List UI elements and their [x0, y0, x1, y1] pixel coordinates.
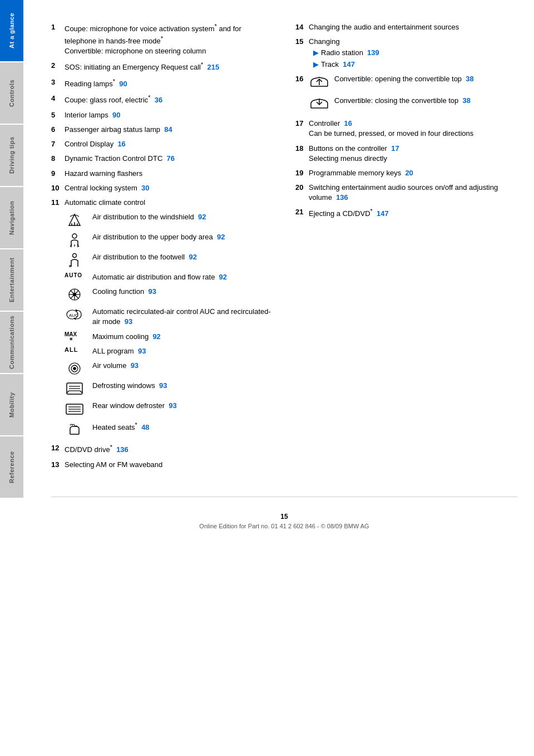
radio-station-text: Radio station 139	[321, 48, 379, 58]
sidebar-tab-entertainment[interactable]: Entertainment	[0, 249, 23, 311]
sidebar-tab-at-a-glance[interactable]: At a glance	[0, 0, 23, 61]
climate-row-all: ALL ALL program 93	[51, 346, 273, 356]
item-content-13: Selecting AM or FM waveband	[65, 460, 273, 470]
item-number-19: 19	[295, 168, 309, 178]
left-column: 1 Coupe: microphone for voice activation…	[51, 22, 273, 474]
sidebar-tab-communications[interactable]: Communications	[0, 312, 23, 373]
track-text: Track 147	[321, 60, 355, 70]
item-content-9: Hazard warning flashers	[65, 169, 273, 179]
item-content-16: Convertible: opening the convertible top…	[309, 74, 517, 114]
item-9: 9 Hazard warning flashers	[51, 169, 273, 179]
climate-text-all: ALL program 93	[92, 346, 273, 356]
item-10: 10 Central locking system 30	[51, 183, 273, 193]
item-13: 13 Selecting AM or FM waveband	[51, 460, 273, 470]
item-content-14: Changing the audio and entertainment sou…	[309, 22, 517, 32]
item-3: 3 Reading lamps* 90	[51, 77, 273, 90]
svg-point-4	[72, 234, 77, 238]
climate-text-max: Maximum cooling 92	[92, 332, 273, 342]
windshield-icon	[65, 212, 92, 228]
sidebar-tab-reference[interactable]: Reference	[0, 436, 23, 498]
item-number-14: 14	[295, 22, 309, 32]
item-content-19: Programmable memory keys 20	[309, 168, 517, 178]
air-volume-icon	[65, 361, 92, 376]
item-number-21: 21	[295, 207, 309, 219]
cooling-icon	[65, 287, 92, 302]
item-number-9: 9	[51, 169, 65, 179]
item-6: 6 Passenger airbag status lamp 84	[51, 125, 273, 135]
item-number-12: 12	[51, 443, 65, 455]
auto-icon: AUTO	[65, 272, 92, 278]
sidebar-tab-mobility[interactable]: Mobility	[0, 374, 23, 435]
svg-point-16	[73, 293, 76, 296]
item-content-5: Interior lamps 90	[65, 110, 273, 120]
convertible-open-text: Convertible: opening the convertible top…	[334, 74, 474, 84]
item-number-8: 8	[51, 154, 65, 164]
item-number-5: 5	[51, 110, 65, 120]
sidebar-tab-driving-tips[interactable]: Driving tips	[0, 125, 23, 186]
item-4: 4 Coupe: glass roof, electric* 36	[51, 94, 273, 106]
max-icon: MAX ☀	[65, 332, 92, 342]
item-20: 20 Switching entertainment audio sources…	[295, 183, 517, 203]
item-content-7: Control Display 16	[65, 139, 273, 149]
climate-text-heated-seats: Heated seats* 48	[92, 421, 273, 433]
item-number-3: 3	[51, 77, 65, 90]
sidebar-tab-controls[interactable]: Controls	[0, 62, 23, 124]
svg-text:AUC: AUC	[69, 313, 78, 318]
item-12: 12 CD/DVD drive* 136	[51, 443, 273, 455]
item-content-4: Coupe: glass roof, electric* 36	[65, 94, 273, 106]
defrost-windows-icon	[65, 381, 92, 396]
climate-row-cooling: Cooling function 93	[51, 287, 273, 302]
climate-text-windshield: Air distribution to the windshield 92	[92, 212, 273, 222]
climate-row-heated-seats: Heated seats* 48	[51, 421, 273, 436]
climate-row-upper-body: Air distribution to the upper body area …	[51, 232, 273, 248]
item-number-18: 18	[295, 144, 309, 164]
item-number-15: 15	[295, 37, 309, 70]
rear-defroster-icon	[65, 401, 92, 416]
climate-text-air-volume: Air volume 93	[92, 361, 273, 371]
heated-seats-icon	[65, 421, 92, 436]
item-number-11: 11	[51, 198, 65, 208]
page-container: At a glance Controls Driving tips Naviga…	[0, 0, 534, 756]
convertible-close-text: Convertible: closing the convertible top…	[334, 96, 471, 106]
item-number-20: 20	[295, 183, 309, 203]
item-content-10: Central locking system 30	[65, 183, 273, 193]
item-content-6: Passenger airbag status lamp 84	[65, 125, 273, 135]
item-content-8: Dynamic Traction Control DTC 76	[65, 154, 273, 164]
item-21: 21 Ejecting a CD/DVD* 147	[295, 207, 517, 219]
climate-row-windshield: Air distribution to the windshield 92	[51, 212, 273, 228]
item-content-2: SOS: initiating an Emergency Request cal…	[65, 61, 273, 73]
convertible-open-icon	[309, 74, 330, 92]
item-content-15: Changing ▶ Radio station 139 ▶ Track 147	[309, 37, 517, 70]
climate-row-auto: AUTO Automatic air distribution and flow…	[51, 272, 273, 282]
all-icon: ALL	[65, 346, 92, 353]
item-number-2: 2	[51, 61, 65, 73]
item-content-18: Buttons on the controller 17 Selecting m…	[309, 144, 517, 164]
main-content: 1 Coupe: microphone for voice activation…	[23, 0, 534, 756]
item-14: 14 Changing the audio and entertainment …	[295, 22, 517, 32]
item-content-3: Reading lamps* 90	[65, 77, 273, 90]
climate-row-recirculated: AUC Automatic recirculated-air control A…	[51, 307, 273, 327]
two-column-layout: 1 Coupe: microphone for voice activation…	[51, 22, 517, 474]
climate-text-rear-defroster: Rear window defroster 93	[92, 401, 273, 411]
item-content-11: Automatic climate control	[65, 198, 273, 208]
item-1: 1 Coupe: microphone for voice activation…	[51, 22, 273, 56]
item-15: 15 Changing ▶ Radio station 139 ▶ Track …	[295, 37, 517, 70]
item-number-4: 4	[51, 94, 65, 106]
climate-text-defrost-windows: Defrosting windows 93	[92, 381, 273, 391]
item-7: 7 Control Display 16	[51, 139, 273, 149]
sidebar: At a glance Controls Driving tips Naviga…	[0, 0, 23, 756]
recirculated-icon: AUC	[65, 307, 92, 322]
climate-text-cooling: Cooling function 93	[92, 287, 273, 297]
item-11: 11 Automatic climate control	[51, 198, 273, 208]
page-number: 15	[51, 513, 517, 521]
item-content-1: Coupe: microphone for voice activation s…	[65, 22, 273, 56]
item-number-7: 7	[51, 139, 65, 149]
climate-row-defrost-windows: Defrosting windows 93	[51, 381, 273, 396]
item-18: 18 Buttons on the controller 17 Selectin…	[295, 144, 517, 164]
item-content-20: Switching entertainment audio sources on…	[309, 183, 517, 203]
sidebar-tab-navigation[interactable]: Navigation	[0, 187, 23, 248]
item-number-1: 1	[51, 22, 65, 56]
climate-text-recirculated: Automatic recirculated-air control AUC a…	[92, 307, 273, 327]
item-number-16: 16	[295, 74, 309, 114]
climate-text-auto: Automatic air distribution and flow rate…	[92, 272, 273, 282]
